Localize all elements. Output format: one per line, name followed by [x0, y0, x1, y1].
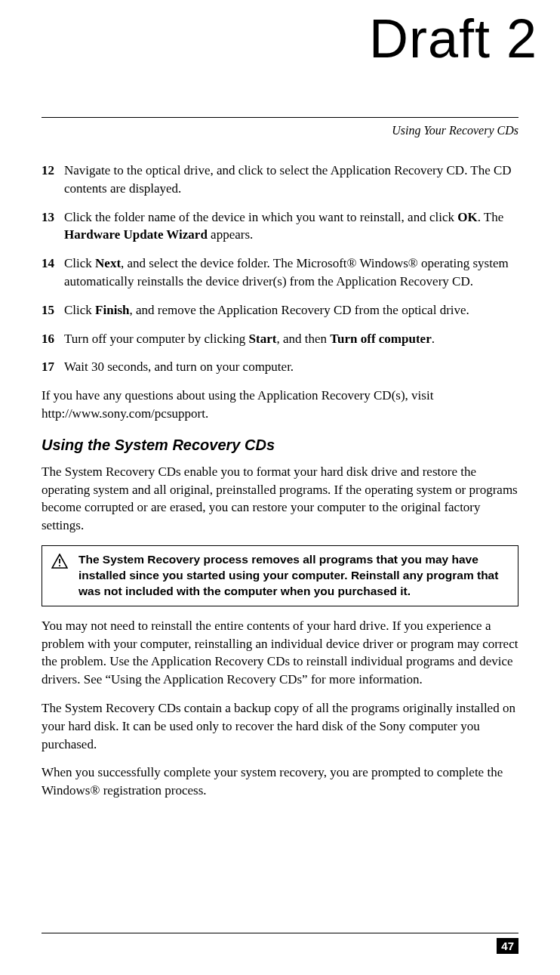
- watermark: Draft 2: [369, 8, 537, 69]
- step-number: 15: [42, 301, 64, 319]
- step-number: 16: [42, 330, 64, 348]
- step-13: 13 Click the folder name of the device i…: [42, 208, 518, 245]
- step-number: 12: [42, 162, 64, 198]
- footer-rule: [42, 933, 518, 933]
- step-17: 17 Wait 30 seconds, and turn on your com…: [42, 358, 518, 376]
- step-15: 15 Click Finish, and remove the Applicat…: [42, 301, 518, 319]
- paragraph: The System Recovery CDs contain a backup…: [42, 699, 518, 753]
- paragraph: When you successfully complete your syst…: [42, 764, 518, 800]
- warning-icon: [51, 554, 68, 572]
- paragraph: If you have any questions about using th…: [42, 387, 518, 423]
- svg-point-2: [59, 565, 60, 566]
- header-rule: [42, 117, 518, 118]
- running-header: Using Your Recovery CDs: [42, 124, 518, 137]
- warning-text: The System Recovery process removes all …: [78, 552, 509, 600]
- page-content: Using Your Recovery CDs 12 Navigate to t…: [0, 0, 560, 856]
- step-12: 12 Navigate to the optical drive, and cl…: [42, 162, 518, 198]
- step-number: 14: [42, 255, 64, 291]
- step-14: 14 Click Next, and select the device fol…: [42, 255, 518, 291]
- subheading: Using the System Recovery CDs: [42, 437, 518, 454]
- paragraph: The System Recovery CDs enable you to fo…: [42, 463, 518, 535]
- step-text: Click the folder name of the device in w…: [64, 208, 518, 245]
- step-number: 17: [42, 358, 64, 376]
- step-text: Click Next, and select the device folder…: [64, 255, 518, 291]
- step-text: Wait 30 seconds, and turn on your comput…: [64, 358, 518, 376]
- paragraph: You may not need to reinstall the entire…: [42, 617, 518, 689]
- page-number: 47: [497, 938, 518, 954]
- step-16: 16 Turn off your computer by clicking St…: [42, 330, 518, 348]
- step-text: Navigate to the optical drive, and click…: [64, 162, 518, 198]
- step-number: 13: [42, 208, 64, 245]
- step-text: Click Finish, and remove the Application…: [64, 301, 518, 319]
- step-text: Turn off your computer by clicking Start…: [64, 330, 518, 348]
- warning-box: The System Recovery process removes all …: [42, 545, 518, 606]
